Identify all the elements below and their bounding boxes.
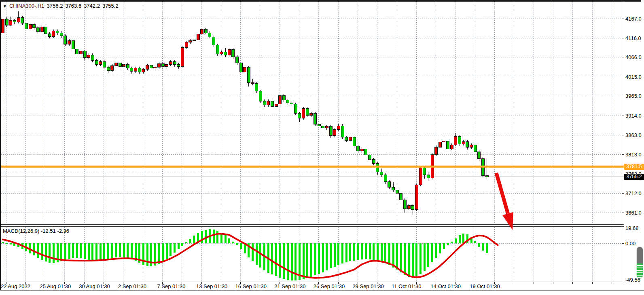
macd-bar [349,243,351,261]
time-axis-label: 11 Oct 01:30 [392,283,421,289]
price-axis-label: 4015.0 [625,74,642,80]
time-axis-label: 21 Sep 01:30 [274,283,305,289]
macd-bar [162,243,164,261]
candle-down [255,84,258,91]
price-axis-label: 3712.0 [625,190,642,196]
candle-down [458,137,461,144]
candle-down [286,100,289,103]
macd-bar [37,243,39,258]
window-top-border [0,0,641,2]
time-axis-label: 13 Sep 01:30 [196,283,227,289]
candle-down [251,83,254,84]
macd-bar [303,243,305,279]
candle-up [181,47,184,67]
candle-up [87,55,90,58]
time-axis-label: 19 Oct 01:30 [470,283,500,289]
macd-bar [377,243,379,261]
macd-axis-label: 19.68 [625,225,639,231]
time-axis-label: 30 Aug 01:30 [79,283,110,289]
time-axis-label: 22 Aug 2022 [1,283,30,289]
macd-axis-label: 0.00 [625,240,636,247]
macd-bar [228,238,230,243]
macd-bar [318,243,320,274]
macd-bar [447,243,449,245]
time-axis-label: 16 Sep 01:30 [235,283,267,289]
candle-up [158,63,161,67]
macd-bar [373,243,375,260]
collapse-triangle-icon[interactable]: ▼ [3,4,7,8]
candle-down [36,28,39,32]
macd-bar [174,243,176,253]
macd-bar [419,243,422,274]
macd-bar [291,243,293,280]
candle-down [91,55,94,60]
candle-down [314,114,317,124]
candle-down [208,33,211,37]
candle-down [411,206,414,210]
candle-down [5,19,8,25]
candle-down [76,49,78,54]
candle-up [275,104,278,107]
scroll-indicator-pill[interactable] [637,247,643,278]
candle-up [146,65,149,70]
macd-bar [306,243,308,278]
price-axis-label: 3914.0 [625,113,642,119]
candle-down [177,64,180,67]
candle-up [333,130,336,136]
ohlc-close: 3755.2 [102,3,119,9]
candle-down [372,160,375,164]
macd-bar [287,243,289,280]
candle-down [485,176,488,177]
candle-up [134,68,137,72]
price-axis-label: 3965.0 [625,93,642,99]
candle-up [325,126,328,128]
macd-bar [178,243,180,249]
candle-up [337,126,340,130]
macd-bar [240,243,242,249]
orange-line-price-badge: 3781.5 [624,164,644,170]
macd-bar [365,243,367,259]
candle-up [17,17,20,22]
time-axis-label: 26 Sep 01:30 [314,283,345,289]
candle-down [48,34,51,37]
candle-down [294,104,297,114]
candle-up [419,168,422,185]
candle-down [400,193,402,200]
macd-bar [439,243,441,253]
macd-bar [482,243,484,251]
candle-down [259,91,262,101]
candle-down [236,57,239,63]
candle-down [239,63,242,72]
macd-bar [259,243,261,268]
macd-bar [193,236,195,243]
chart-canvas[interactable] [0,0,644,295]
candle-up [123,64,125,67]
candle-down [396,190,398,194]
macd-bar [341,243,343,263]
candle-down [216,45,219,54]
candle-up [29,24,32,29]
macd-bar [236,243,238,245]
candle-down [392,187,395,190]
macd-bar [330,243,332,268]
candle-up [415,185,418,209]
symbol-period-label: CHINA300-,H1 [9,3,44,9]
window-left-border [0,0,1,291]
macd-bar [459,235,461,243]
macd-bar [384,243,386,263]
candle-down [329,126,332,136]
macd-plot-area[interactable] [1,227,624,282]
macd-bar [41,243,43,260]
macd-bar [396,243,398,270]
candle-down [298,114,301,118]
candle-down [161,63,164,67]
candle-up [310,114,313,116]
macd-bar [283,243,285,279]
candle-down [384,175,387,182]
macd-bar [10,243,12,244]
macd-bar [415,243,417,276]
candle-down [427,175,430,178]
main-chart-plot-area[interactable] [1,2,624,224]
candle-down [478,152,481,159]
macd-bar [88,243,90,260]
